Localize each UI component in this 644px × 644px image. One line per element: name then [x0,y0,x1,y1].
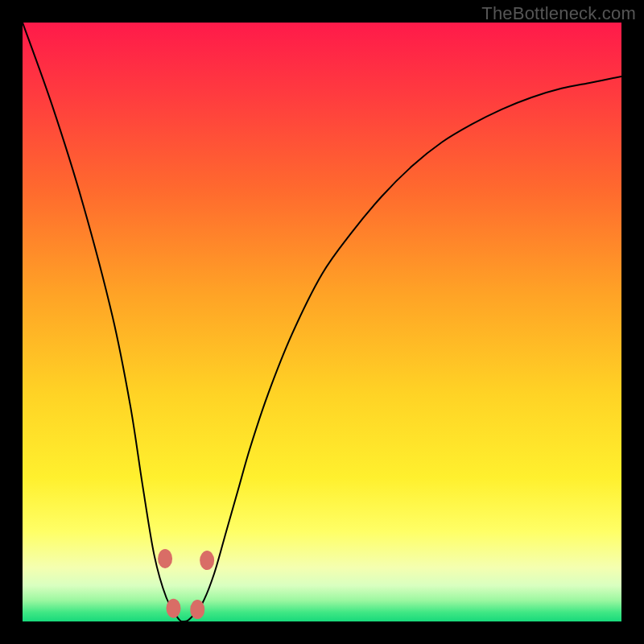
plot-area [23,23,621,621]
marker-group [158,549,214,619]
dot-right-bottom [190,600,204,619]
chart-svg [23,23,621,621]
dot-left-bottom [166,599,180,618]
chart-frame: TheBottleneck.com [0,0,644,644]
bottleneck-curve [23,23,621,621]
watermark-text: TheBottleneck.com [481,3,636,24]
dot-left-top [158,549,172,568]
dot-right-top [200,551,214,570]
